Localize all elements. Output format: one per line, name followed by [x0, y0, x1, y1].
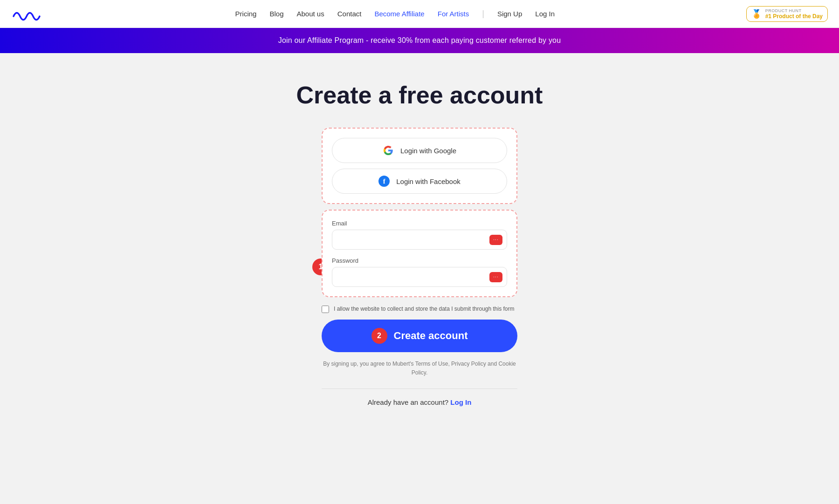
terms-text: By signing up, you agree to Mubert's Ter…: [322, 360, 517, 377]
medal-icon: 🏅: [751, 9, 762, 19]
product-hunt-badge[interactable]: 🏅 PRODUCT HUNT #1 Product of the Day: [746, 6, 828, 22]
email-label: Email: [332, 220, 507, 227]
password-icon: ···: [489, 272, 502, 282]
section-divider: [322, 388, 517, 389]
nav-login[interactable]: Log In: [535, 10, 555, 18]
form-section: 1 Login with Google f Login wit: [322, 128, 517, 406]
google-login-label: Login with Google: [400, 147, 456, 155]
facebook-login-label: Login with Facebook: [396, 177, 461, 185]
create-account-wrap: 2 Create account: [322, 320, 517, 352]
nav-blog[interactable]: Blog: [269, 10, 283, 18]
consent-label: I allow the website to collect and store…: [334, 305, 515, 313]
email-icon: ···: [489, 235, 502, 245]
step2-badge: 2: [371, 328, 387, 344]
banner-text: Join our Affiliate Program - receive 30%…: [278, 36, 561, 44]
page-title: Create a free account: [296, 81, 543, 109]
password-input[interactable]: [332, 267, 507, 287]
main-content: Create a free account 1 Login with Googl…: [0, 53, 839, 443]
create-account-label: Create account: [394, 330, 468, 342]
facebook-icon: f: [378, 176, 390, 187]
password-input-wrap: ···: [332, 267, 507, 287]
consent-checkbox[interactable]: [322, 306, 329, 313]
navbar: Pricing Blog About us Contact Become Aff…: [0, 0, 839, 28]
nav-affiliate[interactable]: Become Affiliate: [374, 10, 424, 18]
google-icon: [383, 145, 394, 156]
facebook-login-button[interactable]: f Login with Facebook: [332, 169, 507, 194]
nav-about[interactable]: About us: [297, 10, 324, 18]
email-input-wrap: ···: [332, 230, 507, 250]
google-login-button[interactable]: Login with Google: [332, 138, 507, 163]
login-link[interactable]: Log In: [450, 398, 471, 406]
ph-text: PRODUCT HUNT #1 Product of the Day: [765, 8, 823, 20]
logo[interactable]: [11, 7, 44, 21]
nav-pricing[interactable]: Pricing: [235, 10, 257, 18]
ph-title: PRODUCT HUNT: [765, 8, 823, 13]
credentials-box: Email ··· Password ···: [322, 210, 517, 297]
nav-signup[interactable]: Sign Up: [497, 10, 522, 18]
ph-product: #1 Product of the Day: [765, 13, 823, 20]
consent-row: I allow the website to collect and store…: [322, 305, 517, 313]
already-text: Already have an account?: [368, 398, 448, 406]
password-label: Password: [332, 257, 507, 264]
affiliate-banner[interactable]: Join our Affiliate Program - receive 30%…: [0, 28, 839, 53]
email-input[interactable]: [332, 230, 507, 250]
social-login-box: Login with Google f Login with Facebook: [322, 128, 517, 204]
nav-for-artists[interactable]: For Artists: [438, 10, 469, 18]
create-account-button[interactable]: 2 Create account: [322, 320, 517, 352]
nav-contact[interactable]: Contact: [337, 10, 362, 18]
nav-divider: |: [482, 9, 484, 19]
nav-links: Pricing Blog About us Contact Become Aff…: [235, 9, 555, 19]
already-account-row: Already have an account? Log In: [322, 398, 517, 406]
email-group: Email ···: [332, 220, 507, 250]
password-group: Password ···: [332, 257, 507, 287]
